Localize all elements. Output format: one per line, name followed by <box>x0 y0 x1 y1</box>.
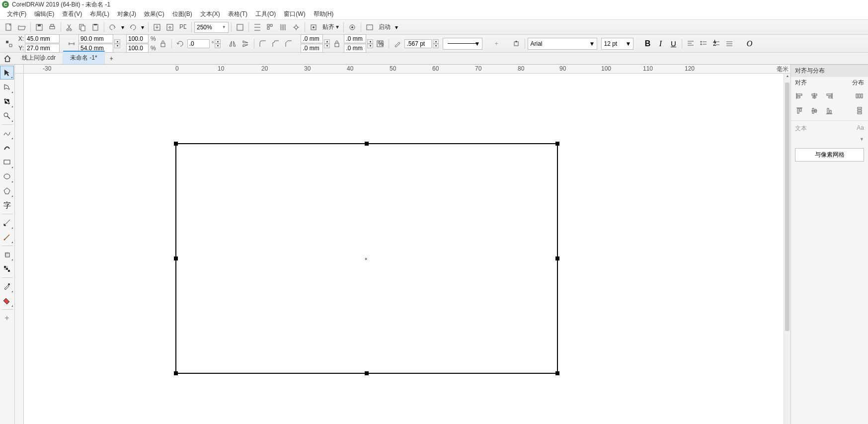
add-tool-button[interactable]: + <box>0 311 14 325</box>
canvas[interactable]: × <box>24 74 784 424</box>
corner-lock-button[interactable] <box>331 38 343 50</box>
handle-mr[interactable] <box>555 256 559 260</box>
scale-x-input[interactable] <box>126 34 149 43</box>
handle-ml[interactable] <box>174 256 178 260</box>
cut-button[interactable] <box>64 21 76 33</box>
shape-tool[interactable] <box>0 80 14 94</box>
freehand-tool[interactable] <box>0 126 14 140</box>
align-bottom-button[interactable] <box>825 106 834 115</box>
launch-dropdown[interactable]: ▾ <box>394 21 399 33</box>
underline-button[interactable]: U <box>667 38 679 50</box>
mirror-h-button[interactable] <box>227 38 238 50</box>
menu-file[interactable]: 文件(F) <box>3 8 30 20</box>
home-button[interactable] <box>3 54 12 63</box>
docker-expand-icon[interactable]: ▼ <box>860 137 864 142</box>
handle-br[interactable] <box>555 371 559 375</box>
text-tool[interactable]: 字 <box>0 198 14 212</box>
new-button[interactable] <box>3 21 15 33</box>
launch-icon[interactable] <box>364 21 376 33</box>
menu-object[interactable]: 对象(J) <box>113 8 140 20</box>
fontsize-combo[interactable]: 12 pt ▼ <box>601 38 633 50</box>
wrap-text-button[interactable]: ＋ <box>490 38 502 50</box>
corner-bl-input[interactable] <box>301 44 323 53</box>
align-center-v-button[interactable] <box>810 106 819 115</box>
menu-help[interactable]: 帮助(H) <box>310 8 338 20</box>
vertical-ruler[interactable] <box>15 74 24 424</box>
corner-chamfer-button[interactable] <box>283 38 295 50</box>
angle-spinner[interactable]: ▴▾ <box>215 39 221 48</box>
horizontal-ruler[interactable]: -30 0 10 20 30 40 50 60 70 80 90 100 110… <box>24 65 790 74</box>
handle-tl[interactable] <box>174 142 178 146</box>
corner-br-input[interactable] <box>344 44 366 53</box>
menu-bitmaps[interactable]: 位图(B) <box>168 8 196 20</box>
pick-tool[interactable] <box>0 66 14 80</box>
eyedropper-tool[interactable] <box>0 279 14 293</box>
menu-effects[interactable]: 效果(C) <box>140 8 168 20</box>
pdf-button[interactable]: PDF <box>177 21 189 33</box>
menu-text[interactable]: 文本(X) <box>196 8 224 20</box>
add-tab-button[interactable]: + <box>105 53 118 64</box>
print-button[interactable] <box>46 21 58 33</box>
handle-bl[interactable] <box>174 371 178 375</box>
pixel-grid-button[interactable]: 与像素网格 <box>795 148 864 162</box>
undo-dropdown[interactable]: ▾ <box>120 21 126 33</box>
menu-layout[interactable]: 布局(L) <box>86 8 113 20</box>
open-button[interactable] <box>16 21 28 33</box>
relative-corner-button[interactable]: % <box>374 38 386 50</box>
menu-edit[interactable]: 编辑(E) <box>30 8 58 20</box>
numbering-button[interactable]: 12 <box>710 38 722 50</box>
menu-view[interactable]: 查看(V) <box>58 8 86 20</box>
ruler-corner[interactable] <box>15 65 24 74</box>
handle-bm[interactable] <box>365 371 369 375</box>
bullets-button[interactable] <box>698 38 710 50</box>
redo-dropdown[interactable]: ▾ <box>140 21 146 33</box>
distribute-top-button[interactable] <box>855 106 864 115</box>
text-options-icon[interactable]: Aa <box>857 124 864 133</box>
zoom-combo[interactable]: 250% ▼ <box>194 22 229 33</box>
align-right-button[interactable] <box>825 91 834 100</box>
dynamic-guides-button[interactable] <box>290 21 302 33</box>
text-align-button[interactable] <box>685 38 697 50</box>
distribute-left-button[interactable] <box>855 91 864 100</box>
app-options-button[interactable] <box>346 21 358 33</box>
width-input[interactable] <box>79 34 113 43</box>
mirror-v-button[interactable] <box>239 38 251 50</box>
menu-table[interactable]: 表格(T) <box>224 8 251 20</box>
redo-button[interactable] <box>127 21 139 33</box>
snap-label[interactable]: 贴齐 ▾ <box>320 23 341 31</box>
handle-tr[interactable] <box>555 142 559 146</box>
lock-ratio-button[interactable] <box>157 38 169 50</box>
bold-button[interactable]: B <box>641 38 653 50</box>
corner-right-spinner[interactable]: ▴▾ <box>367 39 373 48</box>
scale-y-input[interactable] <box>126 44 149 53</box>
fill-tool[interactable] <box>0 294 14 308</box>
align-center-h-button[interactable] <box>810 91 819 100</box>
corner-round-button[interactable] <box>257 38 269 50</box>
italic-button[interactable]: I <box>654 38 666 50</box>
undo-button[interactable] <box>107 21 119 33</box>
corner-tl-input[interactable] <box>301 34 323 43</box>
angle-input[interactable] <box>187 39 210 48</box>
drop-cap-button[interactable] <box>723 38 735 50</box>
copy-button[interactable] <box>77 21 88 33</box>
tab-document-1[interactable]: 线上问诊.cdr <box>15 52 63 64</box>
snap-rulers-button[interactable] <box>251 21 263 33</box>
connector-tool[interactable] <box>0 230 14 244</box>
ellipse-tool[interactable] <box>0 170 14 183</box>
outline-spinner[interactable]: ▴▾ <box>433 39 439 48</box>
dimension-tool[interactable] <box>0 216 14 230</box>
save-button[interactable] <box>33 21 45 33</box>
fullscreen-button[interactable] <box>234 21 246 33</box>
to-front-button[interactable] <box>510 38 522 50</box>
line-style-combo[interactable]: ▼ <box>443 38 482 50</box>
outline-width-input[interactable] <box>404 39 432 48</box>
corner-tr-input[interactable] <box>344 34 366 43</box>
snap-guides-button[interactable] <box>277 21 289 33</box>
polygon-tool[interactable] <box>0 184 14 198</box>
artistic-media-tool[interactable] <box>0 141 14 155</box>
handle-tm[interactable] <box>365 142 369 146</box>
tab-document-2[interactable]: 未命名 -1* <box>63 51 105 64</box>
rectangle-tool[interactable] <box>0 155 14 169</box>
x-input[interactable] <box>25 34 60 43</box>
import-button[interactable] <box>151 21 163 33</box>
